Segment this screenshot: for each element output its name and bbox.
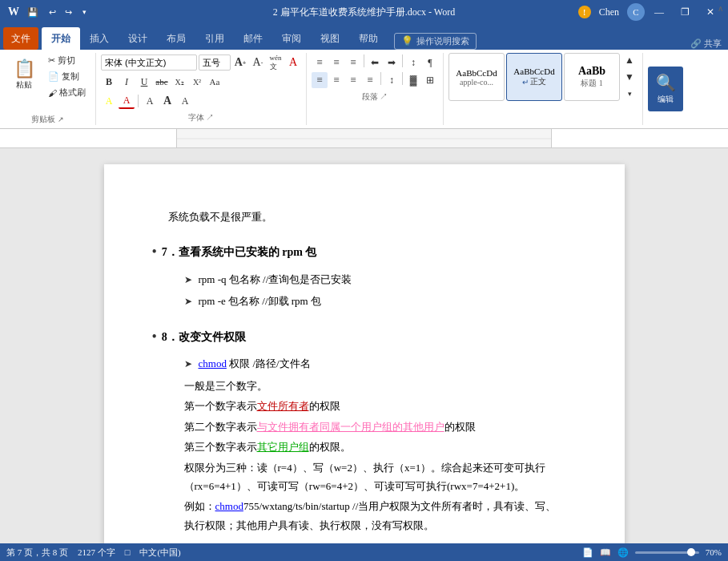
font-size2-button[interactable]: A [159,93,175,109]
bullet-8-1-text: chmod 权限 /路径/文件名 [199,354,311,373]
shading-button[interactable]: ▓ [405,72,421,88]
indent-8-5: 权限分为三种：读（r=4）、写（w=2）、执行（x=1）。综合起来还可变可执行（… [168,458,561,496]
font-color-button[interactable]: A [119,93,135,109]
language[interactable]: 中文(中国) [139,547,180,559]
title-bar: W 💾 ↩ ↪ ▾ 2 扁平化车道收费系统维护手册.docx - Word ! … [0,0,728,24]
tell-me-search[interactable]: 💡 操作说明搜索 [394,33,477,50]
zoom-level[interactable]: 70% [706,547,722,557]
chmod-link-2[interactable]: chmod [215,500,243,512]
arrow-7-2: ➤ [184,293,192,311]
undo-redo-group: ↩ ↪ ▾ [45,5,91,19]
tab-layout[interactable]: 布局 [157,27,195,50]
style-apple[interactable]: AaBbCcDd apple-co... [448,53,505,101]
line-spacing-button[interactable]: ↕ [384,72,400,88]
para-row1: ≡ ≡ ≡ ⬅ ➡ ↕ ¶ [312,54,438,71]
subscript-button[interactable]: X₂ [171,74,187,90]
restore-button[interactable]: ❐ [674,1,696,23]
para-row2: ≡ ≡ ≡ ≡ ↕ ▓ ⊞ [312,72,438,88]
ribbon-tabs: 文件 开始 插入 设计 布局 引用 邮件 审阅 视图 帮助 💡 操作说明搜索 🔗… [0,24,728,50]
tab-file[interactable]: 文件 [3,27,38,50]
tab-design[interactable]: 设计 [119,27,157,50]
styles-down[interactable]: ▼ [621,70,638,84]
tab-review[interactable]: 审阅 [272,27,311,50]
font-shrink2-button[interactable]: A [177,93,193,109]
avatar[interactable]: C [627,3,645,21]
copy-icon: 📄 [48,71,59,82]
tab-mailings[interactable]: 邮件 [234,27,272,50]
borders-button[interactable]: ⊞ [422,72,438,88]
superscript-button[interactable]: X² [189,74,205,90]
change-case-button[interactable]: Aa [207,74,223,90]
font-size-input[interactable] [199,54,231,71]
style-heading1[interactable]: AaBb 标题 1 [564,53,620,101]
tab-references[interactable]: 引用 [195,27,234,50]
font-color2-button[interactable]: A [142,93,158,109]
center-button[interactable]: ≡ [328,72,344,88]
numbering-button[interactable]: ≡ [328,54,344,71]
share-button[interactable]: 🔗 共享 [690,38,725,50]
tab-home[interactable]: 开始 [42,27,80,50]
bullet-dot-8: • [152,324,157,349]
search-button[interactable]: 🔍 编辑 [648,67,683,111]
tab-help[interactable]: 帮助 [349,27,388,50]
zoom-thumb[interactable] [687,548,695,556]
font-color-row: A A A A A [101,93,301,109]
enlarge-font-button[interactable]: A+ [232,54,248,71]
owner-text: 文件所有者 [257,400,309,412]
minimize-button[interactable]: — [648,1,670,23]
bullets-button[interactable]: ≡ [312,54,328,71]
copy-button[interactable]: 📄复制 [45,69,89,84]
pre-content: 系统负载不是很严重。 [168,208,561,226]
text-highlight-button[interactable]: A [101,93,117,109]
chmod-link-1[interactable]: chmod [199,357,227,369]
bold-button[interactable]: B [101,74,117,90]
phonetic-button[interactable]: wén文 [267,54,284,71]
word-count[interactable]: 2127 个字 [78,547,115,559]
show-marks-button[interactable]: ¶ [422,54,438,71]
undo-button[interactable]: ↩ [45,5,59,19]
indent-8-3: 第二个数字表示与文件拥有者同属一个用户组的其他用户的权限 [168,418,561,436]
redo-button[interactable]: ↪ [61,5,75,19]
ruler-inner [176,129,552,147]
indent-8-1: 一般是三个数字。 [168,377,561,395]
paste-button[interactable]: 📋 粘贴 [6,53,42,98]
quick-access-more[interactable]: ▾ [77,5,91,19]
strikethrough-button[interactable]: abc [154,74,170,90]
tab-view[interactable]: 视图 [311,27,349,50]
zoom-slider[interactable] [635,551,699,554]
document-area[interactable]: 系统负载不是很严重。 • 7．查看系统中已安装的 rpm 包 ➤ rpm -q … [0,148,728,552]
tab-insert[interactable]: 插入 [80,27,119,50]
sort-button[interactable]: ↕ [405,54,421,71]
align-left-button[interactable]: ≡ [312,72,328,88]
format-paint-button[interactable]: 🖌格式刷 [45,85,89,100]
view-web-icon[interactable]: 🌐 [617,547,629,558]
style-normal-preview: AaBbCcDd [513,67,554,76]
status-icon-1: □ [125,547,131,557]
document-title: 2 扁平化车道收费系统维护手册.docx - Word [273,6,455,19]
view-read-icon[interactable]: 📖 [600,547,611,558]
styles-more[interactable]: ▾ [621,87,638,101]
search-label: 编辑 [658,94,674,105]
view-print-icon[interactable]: 📄 [582,547,593,558]
justify-button[interactable]: ≡ [362,72,378,88]
cut-button[interactable]: ✂剪切 [45,53,89,68]
page-count[interactable]: 第 7 页，共 8 页 [6,547,68,559]
shrink-font-button[interactable]: A- [250,54,266,71]
styles-up[interactable]: ▲ [621,53,638,67]
username[interactable]: Chen [594,6,624,18]
underline-button[interactable]: U [136,74,152,90]
ribbon-collapse-button[interactable]: ∧ [714,2,726,14]
style-normal[interactable]: AaBbCcDd ↵ 正文 [506,53,562,101]
decrease-indent-button[interactable]: ⬅ [367,54,383,71]
increase-indent-button[interactable]: ➡ [384,54,400,71]
save-icon[interactable]: 💾 [26,5,40,19]
multilevel-button[interactable]: ≡ [345,54,361,71]
italic-button[interactable]: I [119,74,135,90]
clear-format-button[interactable]: A [285,54,301,71]
warning-icon: ! [578,6,591,18]
word-icon: W [6,5,21,19]
style-normal-label: ↵ 正文 [522,76,546,87]
paste-icon: 📋 [14,60,35,78]
font-name-input[interactable] [101,54,197,71]
align-right-button[interactable]: ≡ [345,72,361,88]
